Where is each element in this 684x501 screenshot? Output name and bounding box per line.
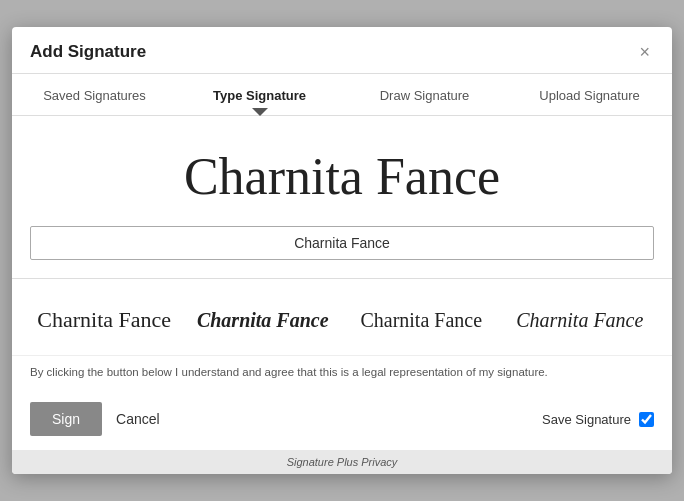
save-signature-checkbox[interactable]: [639, 412, 654, 427]
font-option-2[interactable]: Charnita Fance: [189, 305, 338, 336]
footer-right: Save Signature: [542, 412, 654, 427]
add-signature-modal: Add Signature × Saved Signatures Type Si…: [12, 27, 672, 474]
signature-input-row: [12, 226, 672, 278]
close-button[interactable]: ×: [635, 41, 654, 63]
modal-header: Add Signature ×: [12, 27, 672, 74]
modal-overlay: Add Signature × Saved Signatures Type Si…: [0, 0, 684, 501]
font-option-4[interactable]: Charnita Fance: [506, 305, 655, 336]
tab-upload-signature[interactable]: Upload Signature: [507, 74, 672, 115]
signature-preview-text: Charnita Fance: [184, 147, 500, 206]
footer-left: Sign Cancel: [30, 402, 164, 436]
sign-button[interactable]: Sign: [30, 402, 102, 436]
modal-footer: Sign Cancel Save Signature: [12, 392, 672, 450]
tabs-bar: Saved Signatures Type Signature Draw Sig…: [12, 74, 672, 116]
signature-text-input[interactable]: [30, 226, 654, 260]
font-option-3[interactable]: Charnita Fance: [347, 305, 496, 336]
save-signature-label: Save Signature: [542, 412, 631, 427]
tab-type-signature[interactable]: Type Signature: [177, 74, 342, 115]
tab-saved-signatures[interactable]: Saved Signatures: [12, 74, 177, 115]
bottom-hint: Signature Plus Privacy: [12, 450, 672, 474]
signature-preview: Charnita Fance: [12, 116, 672, 226]
font-option-1[interactable]: Charnita Fance: [30, 303, 179, 337]
font-options: Charnita Fance Charnita Fance Charnita F…: [12, 289, 672, 355]
tab-draw-signature[interactable]: Draw Signature: [342, 74, 507, 115]
modal-title: Add Signature: [30, 42, 146, 62]
cancel-button[interactable]: Cancel: [112, 402, 164, 436]
legal-text: By clicking the button below I understan…: [12, 355, 672, 392]
divider-1: [12, 278, 672, 279]
